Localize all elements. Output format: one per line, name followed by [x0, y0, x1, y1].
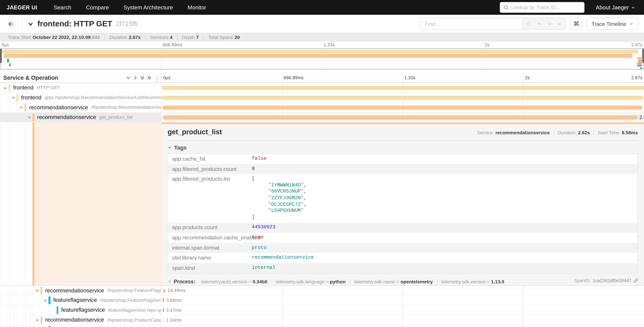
- minimap-scrubber-handle[interactable]: [642, 49, 643, 63]
- about-jaeger-menu[interactable]: About Jaeger: [596, 4, 635, 10]
- clear-find-button[interactable]: [554, 18, 565, 30]
- span-row[interactable]: frontendgrpc.hipstershop.RecommendationS…: [0, 93, 644, 102]
- span-name-cell[interactable]: featureflagservicefeatureflagservice.rep…: [0, 305, 161, 315]
- app-logo[interactable]: JAEGER UI: [6, 4, 37, 10]
- span-duration-bar[interactable]: [162, 86, 644, 90]
- span-timeline-cell[interactable]: 2.62s: [161, 112, 644, 122]
- span-row[interactable]: featureflagservice/hipstershop.FeatureFl…: [0, 296, 644, 305]
- span-service-name: frontend: [21, 94, 42, 100]
- column-resize-handle[interactable]: [156, 76, 158, 82]
- indent-guide: [1, 122, 2, 285]
- trace-header: frontend: HTTP GET 2f715fb ⌘: [0, 15, 644, 33]
- expand-all-icon[interactable]: [146, 75, 153, 80]
- span-timeline-cell[interactable]: 3.68ms: [161, 296, 644, 305]
- chevron-down-icon[interactable]: [3, 86, 8, 90]
- span-row[interactable]: recommendationservice/hipstershop.Featur…: [0, 286, 644, 296]
- indent-guide: [33, 296, 34, 305]
- indent-guide: [33, 315, 34, 324]
- span-name-cell[interactable]: featureflagservice/hipstershop.FeatureFl…: [0, 296, 161, 305]
- span-name-cell[interactable]: recommendationservice/hipstershop.Recomm…: [0, 102, 161, 112]
- tag-row: app.cache_hit false: [168, 154, 638, 164]
- span-timeline-cell[interactable]: 14.49ms: [161, 286, 644, 295]
- tick-label: 666.89ms: [284, 75, 304, 80]
- span-name-cell[interactable]: recommendationserviceget_product_list: [0, 112, 161, 122]
- trace-id-lookup-input[interactable]: [511, 4, 580, 10]
- indent-guide: [33, 305, 34, 315]
- keyboard-shortcuts-button[interactable]: ⌘: [570, 18, 582, 30]
- span-name-cell[interactable]: recommendationservice/hipstershop.Produc…: [0, 315, 161, 324]
- link-icon[interactable]: [633, 278, 638, 283]
- indent-guide: [17, 102, 18, 112]
- span-detail-header: get_product_list Service: recommendation…: [168, 128, 638, 136]
- back-button[interactable]: [0, 15, 22, 33]
- service-color-bar: [40, 316, 42, 324]
- tick-label: 1.33s: [404, 75, 416, 80]
- chevron-down-icon[interactable]: [43, 298, 48, 303]
- trace-services: Services 4: [146, 35, 178, 40]
- span-name-cell[interactable]: [0, 325, 161, 327]
- span-timeline-cell[interactable]: [161, 93, 644, 102]
- span-duration-bar[interactable]: [162, 96, 643, 100]
- tag-key: app.cache_hit: [168, 154, 249, 164]
- chevron-down-icon[interactable]: [35, 288, 40, 293]
- span-duration-bar[interactable]: [163, 106, 642, 110]
- span-duration-bar[interactable]: [163, 298, 164, 302]
- span-timeline-cell[interactable]: [161, 325, 644, 327]
- nav-item-monitor[interactable]: Monitor: [188, 4, 206, 10]
- indent-guide: [17, 286, 18, 295]
- collapse-all-icon[interactable]: [139, 75, 146, 80]
- minimap-canvas[interactable]: [0, 48, 644, 70]
- span-duration-bar[interactable]: [163, 318, 164, 322]
- chevron-down-icon: [629, 22, 633, 26]
- span-duration-bar[interactable]: [163, 288, 165, 292]
- minimap-scrubber-handle[interactable]: [0, 49, 2, 63]
- tags-section-toggle[interactable]: Tags: [168, 144, 187, 150]
- nav-item-compare[interactable]: Compare: [86, 4, 109, 10]
- span-detail-meta: Service: recommendationservice Duration:…: [477, 130, 638, 135]
- chevron-down-icon[interactable]: [19, 105, 24, 110]
- nav-item-system-architecture[interactable]: System Architecture: [124, 4, 173, 10]
- minimap-span-block: [4, 54, 633, 58]
- span-timeline-cell[interactable]: [161, 83, 644, 92]
- prev-match-button[interactable]: [534, 18, 544, 30]
- trace-view-selector[interactable]: Trace Timeline: [586, 18, 638, 30]
- collapse-trace-chevron-icon[interactable]: [28, 21, 34, 27]
- trace-start-label: Trace Start: [8, 35, 31, 40]
- chevron-down-icon[interactable]: [11, 96, 16, 100]
- indent-guide: [25, 286, 26, 295]
- nav-item-search[interactable]: Search: [54, 4, 71, 10]
- indent-guide: [9, 305, 10, 315]
- service-color-bar: [48, 326, 50, 327]
- tags-section-title: Tags: [174, 144, 187, 150]
- tag-row: app.filtered_products.count 8: [168, 164, 638, 174]
- next-match-button[interactable]: [544, 18, 554, 30]
- span-timeline-cell[interactable]: [161, 102, 644, 112]
- span-name-cell[interactable]: frontendHTTP GET: [0, 83, 161, 92]
- find-input[interactable]: [420, 18, 523, 30]
- tick-label: 0μs: [2, 42, 9, 47]
- chevron-down-icon[interactable]: [27, 115, 32, 120]
- duration-value: 2.67s: [129, 35, 140, 40]
- span-row[interactable]: recommendationservice/hipstershop.Recomm…: [0, 102, 644, 112]
- span-row[interactable]: [0, 325, 644, 327]
- span-duration-bar[interactable]: [163, 308, 164, 312]
- indent-guide: [17, 325, 18, 327]
- span-rows-top: frontendHTTP GETfrontendgrpc.hipstershop…: [0, 83, 644, 122]
- span-duration-bar[interactable]: [163, 115, 637, 119]
- span-row[interactable]: recommendationservice/hipstershop.Produc…: [0, 315, 644, 325]
- span-timeline-cell[interactable]: 1.04ms: [161, 315, 644, 324]
- span-name-cell[interactable]: recommendationservice/hipstershop.Featur…: [0, 286, 161, 295]
- span-row[interactable]: frontendHTTP GET: [0, 83, 644, 93]
- focus-match-button[interactable]: [524, 18, 534, 30]
- collapse-one-icon[interactable]: [125, 75, 132, 80]
- tag-key: app.filtered_products.count: [168, 164, 249, 174]
- span-row[interactable]: featureflagservicefeatureflagservice.rep…: [0, 305, 644, 315]
- chevron-down-icon[interactable]: [35, 318, 40, 322]
- span-name-cell[interactable]: frontendgrpc.hipstershop.RecommendationS…: [0, 93, 161, 102]
- span-timeline-cell[interactable]: 3.47ms: [161, 305, 644, 315]
- expand-one-icon[interactable]: [132, 75, 139, 80]
- total-spans-value: 20: [234, 35, 240, 40]
- process-section-toggle[interactable]: Process: telemetry.auto.version = 0.34b0…: [168, 279, 638, 284]
- span-row[interactable]: recommendationserviceget_product_list2.6…: [0, 112, 644, 122]
- span-duration-text: 14.49ms: [168, 288, 186, 293]
